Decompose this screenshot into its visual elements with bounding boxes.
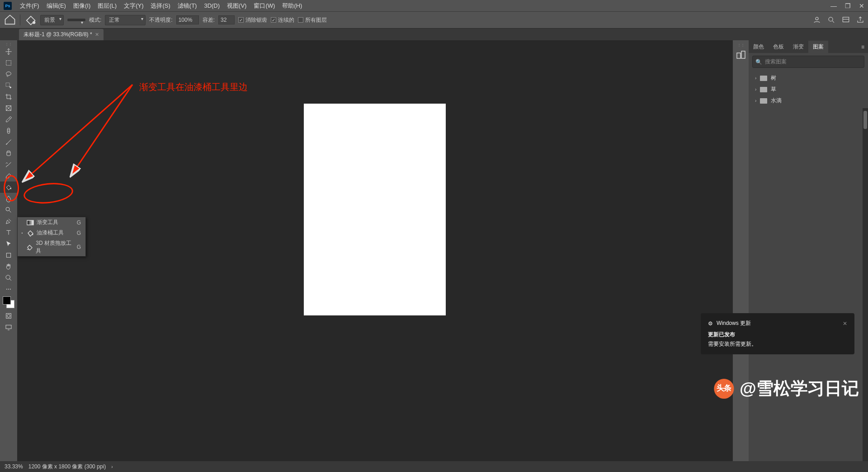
edit-toolbar[interactable]: ⋯: [0, 283, 17, 295]
watermark: 头条 @雪松学习日记: [714, 377, 859, 400]
opacity-input[interactable]: 100%: [176, 15, 199, 24]
window-close-icon[interactable]: ✕: [859, 2, 864, 10]
menu-image[interactable]: 图像(I): [70, 2, 94, 10]
tolerance-label: 容差:: [203, 16, 215, 24]
flyout-3d-material-tool[interactable]: 3D 材质拖放工具 G: [18, 238, 85, 256]
quick-mask-tool[interactable]: [0, 310, 17, 321]
path-select-tool[interactable]: [0, 238, 17, 249]
menu-bar: Ps 文件(F) 编辑(E) 图像(I) 图层(L) 文字(Y) 选择(S) 滤…: [0, 0, 868, 11]
menu-select[interactable]: 选择(S): [147, 2, 174, 10]
document-info[interactable]: 1200 像素 x 1800 像素 (300 ppi): [28, 463, 106, 471]
document-tabs: 未标题-1 @ 33.3%(RGB/8) * ✕: [0, 29, 868, 40]
libraries-icon[interactable]: [736, 49, 746, 60]
zoom-level[interactable]: 33.33%: [5, 463, 23, 470]
workspace-icon[interactable]: [842, 16, 850, 24]
cloud-docs-icon[interactable]: [813, 16, 821, 24]
toolbar-grip[interactable]: ⋮⋮: [0, 42, 17, 46]
windows-notification[interactable]: ⚙ Windows 更新 ✕ 更新已发布 需要安装所需更新。: [701, 313, 854, 354]
type-tool[interactable]: [0, 227, 17, 238]
flyout-paint-bucket-tool[interactable]: • 油漆桶工具 G: [18, 228, 85, 238]
quick-select-tool[interactable]: [0, 80, 17, 91]
app-icon: Ps: [4, 2, 12, 10]
tab-patterns[interactable]: 图案: [808, 41, 828, 53]
move-tool[interactable]: [0, 46, 17, 57]
zoom-tool[interactable]: [0, 272, 17, 283]
folder-icon: [760, 98, 767, 104]
history-brush-tool[interactable]: [0, 159, 17, 170]
menu-filter[interactable]: 滤镜(T): [174, 2, 201, 10]
home-icon[interactable]: [4, 14, 16, 26]
settings-icon: ⚙: [708, 320, 713, 327]
dodge-tool[interactable]: [0, 204, 17, 215]
marquee-tool[interactable]: [0, 57, 17, 68]
clone-tool[interactable]: [0, 148, 17, 159]
annotation-text: 渐变工具在油漆桶工具里边: [139, 81, 248, 93]
close-tab-icon[interactable]: ✕: [95, 32, 99, 38]
document-tab[interactable]: 未标题-1 @ 33.3%(RGB/8) * ✕: [19, 29, 104, 40]
svg-point-1: [816, 17, 818, 20]
antialias-checkbox[interactable]: ✓消除锯齿: [238, 16, 267, 24]
menu-edit[interactable]: 编辑(E): [43, 2, 70, 10]
mode-select[interactable]: 正常: [105, 15, 146, 25]
watermark-text: @雪松学习日记: [740, 377, 859, 400]
share-icon[interactable]: [856, 16, 864, 24]
svg-point-2: [829, 17, 833, 21]
canvas[interactable]: [304, 104, 446, 315]
window-minimize-icon[interactable]: —: [830, 2, 837, 10]
window-restore-icon[interactable]: ❐: [845, 2, 851, 10]
tab-gradients[interactable]: 渐变: [788, 41, 808, 53]
panel-scrollbar[interactable]: [863, 108, 868, 461]
all-layers-checkbox[interactable]: 所有图层: [298, 16, 327, 24]
menu-file[interactable]: 文件(F): [16, 2, 43, 10]
status-caret-icon[interactable]: ›: [111, 464, 113, 469]
folder-grass[interactable]: ›草: [749, 84, 868, 95]
mode-label: 模式:: [89, 16, 101, 24]
svg-point-10: [6, 207, 9, 211]
menu-type[interactable]: 文字(Y): [120, 2, 147, 10]
notification-app: Windows 更新: [717, 319, 751, 327]
menu-3d[interactable]: 3D(D): [200, 2, 223, 9]
fill-select[interactable]: 前景: [40, 15, 64, 25]
document-tab-label: 未标题-1 @ 33.3%(RGB/8) *: [24, 31, 92, 38]
tab-swatches[interactable]: 色板: [769, 41, 788, 53]
notification-close-icon[interactable]: ✕: [843, 320, 847, 327]
panel-menu-icon[interactable]: ≡: [858, 41, 868, 53]
healing-tool[interactable]: [0, 125, 17, 136]
svg-rect-16: [27, 220, 33, 225]
tool-bar: ⋮⋮ ⋯ 渐变工具: [0, 40, 17, 461]
annotation-circle-tool: [4, 175, 19, 201]
menu-window[interactable]: 窗口(W): [250, 2, 278, 10]
svg-rect-4: [6, 60, 11, 65]
svg-rect-6: [6, 83, 9, 86]
pattern-picker[interactable]: [67, 19, 85, 21]
svg-rect-20: [737, 53, 741, 58]
frame-tool[interactable]: [0, 102, 17, 114]
menu-help[interactable]: 帮助(H): [278, 2, 306, 10]
menu-layer[interactable]: 图层(L): [94, 2, 120, 10]
contiguous-checkbox[interactable]: ✓连续的: [271, 16, 294, 24]
foreground-color[interactable]: [3, 296, 11, 305]
hand-tool[interactable]: [0, 261, 17, 272]
canvas-area[interactable]: 渐变工具在油漆桶工具里边: [17, 40, 732, 461]
flyout-gradient-tool[interactable]: 渐变工具 G: [18, 217, 85, 228]
screen-mode-tool[interactable]: [0, 321, 17, 333]
pattern-search-input[interactable]: 🔍 搜索图案: [752, 56, 864, 68]
pen-tool[interactable]: [0, 215, 17, 227]
tool-flyout: 渐变工具 G • 油漆桶工具 G 3D 材质拖放工具 G: [17, 217, 86, 257]
material-drop-icon: [26, 244, 33, 251]
gradient-icon: [27, 219, 34, 226]
folder-icon: [760, 87, 767, 92]
tolerance-input[interactable]: 32: [218, 15, 235, 24]
shape-tool[interactable]: [0, 249, 17, 261]
color-swatches[interactable]: [3, 296, 14, 308]
folder-tree[interactable]: ›树: [749, 72, 868, 84]
annotation-arrows: [17, 76, 144, 194]
brush-tool[interactable]: [0, 136, 17, 148]
eyedropper-tool[interactable]: [0, 114, 17, 125]
menu-view[interactable]: 视图(V): [223, 2, 250, 10]
search-icon[interactable]: [827, 16, 835, 24]
crop-tool[interactable]: [0, 91, 17, 102]
tab-color[interactable]: 颜色: [749, 41, 769, 53]
lasso-tool[interactable]: [0, 68, 17, 80]
folder-water[interactable]: ›水滴: [749, 95, 868, 106]
